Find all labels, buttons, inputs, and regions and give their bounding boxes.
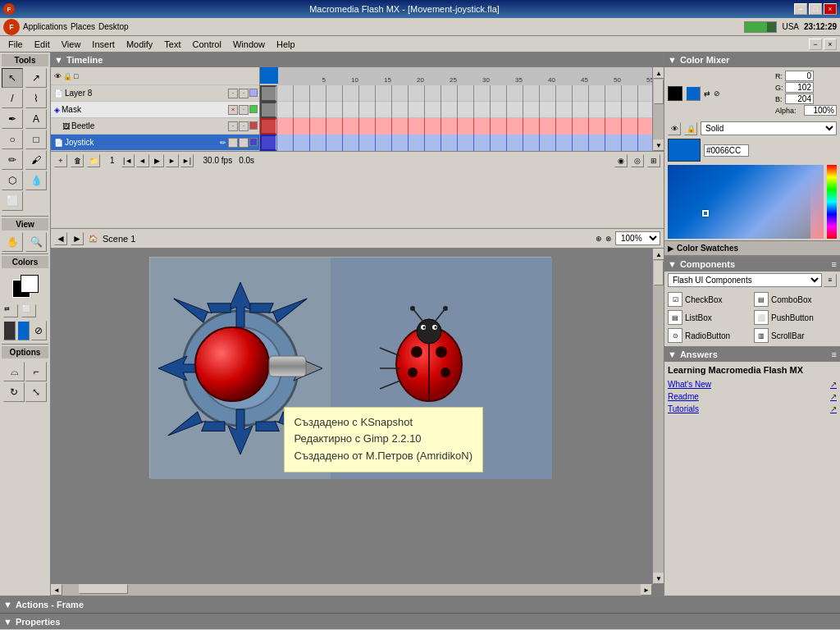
fill-tool[interactable]: ⬡ (2, 171, 23, 190)
components-menu-btn[interactable]: ≡ (832, 259, 837, 269)
cm-eye-btn[interactable]: 👁 (668, 122, 681, 135)
tl-first-frame[interactable]: |◄ (121, 154, 135, 167)
canvas-vscroll-down[interactable]: ▼ (653, 573, 664, 584)
places-menu[interactable]: Places (71, 22, 95, 31)
menu-window[interactable]: Window (228, 38, 270, 51)
mask-lock[interactable]: · (239, 105, 249, 115)
tl-folder[interactable]: 📁 (87, 154, 100, 167)
zoom-select[interactable]: 100% 50% 200% (615, 231, 660, 245)
cm-b-input[interactable] (785, 94, 814, 104)
answer-link-readme[interactable]: Readme ↗ (668, 390, 837, 403)
pen-tool[interactable]: ✒ (2, 109, 23, 129)
actions-arrow[interactable]: ▼ (3, 600, 12, 609)
frame-layer8-1[interactable] (260, 85, 276, 102)
menu-file[interactable]: File (3, 38, 28, 51)
color-swatches-header[interactable]: ▶ Color Swatches (664, 241, 840, 256)
pencil-tool[interactable]: ✏ (2, 150, 23, 170)
cm-fill-swatch[interactable] (686, 86, 701, 101)
hand-tool[interactable]: ✋ (2, 232, 23, 252)
comp-combobox[interactable]: ▤ ComboBox (754, 292, 837, 307)
answer-link-tutorials[interactable]: Tutorials ↗ (668, 403, 837, 415)
cm-g-input[interactable] (785, 82, 814, 93)
tl-last-frame[interactable]: ►| (180, 154, 194, 167)
menu-edit[interactable]: Edit (30, 38, 55, 51)
color-gradient[interactable] (668, 165, 837, 239)
vscroll-down[interactable]: ▼ (653, 139, 664, 151)
fill-btn[interactable] (17, 321, 30, 340)
cm-r-input[interactable] (785, 71, 814, 81)
timeline-collapse-arrow[interactable]: ▼ (54, 55, 63, 65)
swap-colors-btn[interactable]: ⇄ (3, 304, 18, 317)
none-btn[interactable]: ⊘ (31, 321, 47, 340)
menu-text[interactable]: Text (159, 38, 185, 51)
cm-swap-btn[interactable]: ⇄ (704, 89, 710, 98)
layer-row-joystick[interactable]: 📄 Joystick ✏ · · (51, 135, 259, 151)
mask-eye[interactable]: × (228, 105, 238, 115)
joystick-eye[interactable]: · (228, 138, 238, 148)
stroke-btn[interactable] (3, 321, 16, 340)
properties-arrow[interactable]: ▼ (3, 617, 12, 627)
frame-beetle-1[interactable] (260, 118, 276, 135)
color-mixer-header[interactable]: ▼ Color Mixer (664, 52, 840, 67)
scale-btn[interactable]: ⤡ (25, 382, 47, 402)
desktop-menu[interactable]: Desktop (98, 22, 129, 31)
smooth-btn[interactable]: ⌓ (3, 362, 25, 381)
playhead[interactable] (260, 67, 278, 84)
zoom-tool[interactable]: 🔍 (25, 232, 47, 252)
close-button[interactable]: × (824, 3, 837, 15)
nav-forward[interactable]: ► (71, 232, 84, 245)
rotate-btn[interactable]: ↻ (3, 382, 25, 402)
comp-radiobutton[interactable]: ⊙ RadioButton (668, 328, 751, 343)
answers-header[interactable]: ▼ Answers ≡ (664, 347, 840, 362)
comp-pushbutton[interactable]: ⬜ PushButton (754, 310, 837, 325)
components-options-btn[interactable]: ≡ (824, 274, 837, 287)
comp-checkbox[interactable]: ☑ CheckBox (668, 292, 751, 307)
hscroll-thumb[interactable] (79, 584, 128, 594)
arrow-tool[interactable]: ↖ (2, 68, 23, 88)
hue-bar[interactable] (827, 165, 837, 239)
subselect-tool[interactable]: ↗ (25, 68, 47, 88)
comp-scrollbar[interactable]: ▥ ScrollBar (754, 328, 837, 343)
beetle-lock[interactable]: · (239, 121, 249, 131)
nav-back[interactable]: ◄ (54, 232, 67, 245)
comp-listbox[interactable]: ▤ ListBox (668, 310, 751, 325)
canvas-vscroll-thumb[interactable] (654, 261, 664, 285)
cm-stroke-swatch[interactable] (668, 86, 682, 101)
brush-tool[interactable]: 🖌 (25, 150, 47, 170)
cm-none-btn[interactable]: ⊘ (714, 89, 720, 98)
layer-row-layer8[interactable]: 📄 Layer 8 · · (51, 85, 259, 102)
canvas-vscroll-up[interactable]: ▲ (653, 249, 664, 260)
lasso-tool[interactable]: ⌇ (25, 89, 47, 108)
cm-color-preview[interactable] (668, 139, 701, 162)
tl-onion-skin[interactable]: ◉ (614, 154, 628, 167)
menu-control[interactable]: Control (187, 38, 226, 51)
tl-onion-outlines[interactable]: ◎ (631, 154, 644, 167)
layer-row-mask[interactable]: ◈ Mask × · (51, 102, 259, 118)
layer8-eye[interactable]: · (228, 89, 238, 98)
frame-joystick-1[interactable] (260, 135, 276, 151)
applications-menu[interactable]: Applications (23, 22, 67, 31)
text-tool[interactable]: A (25, 109, 47, 129)
tl-prev-frame[interactable]: ◄ (136, 154, 149, 167)
layer8-lock[interactable]: · (239, 89, 249, 98)
eraser-tool[interactable]: ⬜ (2, 191, 23, 211)
tl-add-layer[interactable]: + (54, 154, 67, 167)
sub-minimize-button[interactable]: − (809, 39, 822, 50)
menu-help[interactable]: Help (272, 38, 300, 51)
cm-hex-input[interactable] (704, 144, 749, 157)
oval-tool[interactable]: ○ (2, 130, 23, 149)
tl-next-frame[interactable]: ► (166, 154, 179, 167)
tl-play[interactable]: ▶ (151, 154, 164, 167)
rect-tool[interactable]: □ (25, 130, 47, 149)
cm-alpha-input[interactable] (804, 105, 837, 116)
line-tool[interactable]: / (2, 89, 23, 108)
straighten-btn[interactable]: ⌐ (25, 362, 47, 381)
menu-insert[interactable]: Insert (87, 38, 120, 51)
fill-color[interactable] (21, 275, 39, 293)
default-colors-btn[interactable]: ⬜ (21, 304, 36, 317)
components-select[interactable]: Flash UI Components (668, 273, 822, 287)
menu-view[interactable]: View (57, 38, 86, 51)
vscroll-thumb[interactable] (654, 80, 664, 104)
cm-style-select[interactable]: Solid (701, 121, 837, 135)
tl-delete-layer[interactable]: 🗑 (71, 154, 84, 167)
